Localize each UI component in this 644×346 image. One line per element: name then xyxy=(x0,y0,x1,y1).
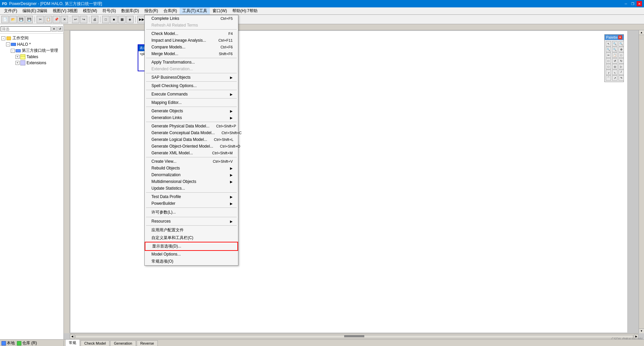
menu-resources[interactable]: Resources ▶ xyxy=(145,218,238,225)
tree-halo[interactable]: - HALO * xyxy=(1,41,62,47)
menu-denormalization[interactable]: Denormalization ▶ xyxy=(145,171,238,178)
palette-btn-18[interactable]: ╯ xyxy=(618,70,624,75)
menu-general-options[interactable]: 常规选项(O) xyxy=(145,258,238,265)
palette-btn-8[interactable]: 📋 xyxy=(612,52,617,58)
palette-btn-14[interactable]: ◎ xyxy=(612,64,617,69)
menu-license-params[interactable]: 许可参数(L)... xyxy=(145,208,238,216)
menu-window[interactable]: 窗口(W) xyxy=(210,7,230,14)
palette-btn-10[interactable]: □ xyxy=(606,58,611,64)
menu-symbol[interactable]: 符号(S) xyxy=(100,7,119,14)
menu-execute-commands[interactable]: Execute Commands ▶ xyxy=(145,91,238,98)
tree-expand-project[interactable]: - xyxy=(11,49,15,53)
palette-btn-15[interactable]: ▷ xyxy=(618,64,624,69)
palette-btn-11[interactable]: ↺ xyxy=(612,58,617,64)
menu-gen-xml[interactable]: Generate XML Model... Ctrl+Shift+M xyxy=(145,150,238,156)
menu-complete-links[interactable]: Complete Links Ctrl+F5 xyxy=(145,15,238,22)
toolbar-copy[interactable]: 📋 xyxy=(45,16,52,23)
palette-btn-17[interactable]: ╮ xyxy=(612,70,617,75)
search-go[interactable]: ↺ xyxy=(57,26,63,32)
menu-create-view[interactable]: Create View... Ctrl+Shift+V xyxy=(145,158,238,165)
toolbar-btn5[interactable]: □ xyxy=(102,16,109,23)
tree-project[interactable]: - 第三方接口统一管理 xyxy=(1,47,62,54)
menu-mapping-editor[interactable]: Mapping Editor... xyxy=(145,99,238,106)
vscrollbar[interactable]: ▲ ▼ xyxy=(639,30,644,333)
menu-test-data-profile[interactable]: Test Data Profile ▶ xyxy=(145,193,238,200)
menu-apply-user-config[interactable]: 应用用户配置文件 xyxy=(145,226,238,234)
menu-apply-transformations[interactable]: Apply Transformations... xyxy=(145,59,238,66)
toolbar-save[interactable]: 💾 xyxy=(17,16,25,23)
search-clear[interactable]: ✕ xyxy=(51,26,57,32)
menu-generate-objects[interactable]: Generate Objects ▶ xyxy=(145,108,238,114)
tree-expand-tables[interactable]: + xyxy=(15,55,19,59)
search-input[interactable] xyxy=(1,26,51,32)
menu-compare-models[interactable]: Compare Models... Ctrl+F6 xyxy=(145,44,238,50)
hscrollbar[interactable]: ◀ ▶ xyxy=(70,333,639,339)
tree-extensions[interactable]: + Extensions xyxy=(1,60,62,66)
menu-update-statistics[interactable]: Update Statistics... xyxy=(145,185,238,192)
hscroll-left[interactable]: ◀ xyxy=(70,334,75,339)
menu-custom-menu[interactable]: 自定义菜单和工具栏(C) xyxy=(145,234,238,242)
palette-btn-9[interactable]: □ xyxy=(618,52,624,58)
tab-generation[interactable]: Generation xyxy=(110,340,136,346)
tree-expand-extensions[interactable]: + xyxy=(15,61,19,65)
palette-close-button[interactable]: ✕ xyxy=(618,35,622,39)
menu-merge-model[interactable]: Merge Model... Shift+F6 xyxy=(145,50,238,57)
menu-tools[interactable]: 工具(T):4工具 xyxy=(180,7,210,14)
palette-btn-7[interactable]: ✂ xyxy=(606,52,611,58)
menu-rebuild-objects[interactable]: Rebuild Objects ▶ xyxy=(145,165,238,171)
tree-expand-workspace[interactable]: - xyxy=(1,36,5,40)
toolbar-redo[interactable]: ↪ xyxy=(80,16,87,23)
palette-btn-20[interactable]: ↗ xyxy=(612,75,617,81)
hscroll-track[interactable] xyxy=(75,335,633,338)
menu-edit[interactable]: 编辑(E):2编辑 xyxy=(20,7,50,14)
close-button[interactable]: ✕ xyxy=(637,1,642,6)
menu-impact-lineage[interactable]: Impact and Lineage Analysis... Ctrl+F11 xyxy=(145,37,238,44)
toolbar-open[interactable]: 📂 xyxy=(9,16,17,23)
menu-gen-physical[interactable]: Generate Physical Data Model... Ctrl+Shi… xyxy=(145,123,238,129)
toolbar-print[interactable]: 🖨 xyxy=(91,16,98,23)
palette-btn-12[interactable]: ↻ xyxy=(618,58,624,64)
palette-btn-5[interactable]: 🔍 xyxy=(612,47,617,52)
palette-btn-4[interactable]: 🔍 xyxy=(606,47,611,52)
menu-powerbuilder[interactable]: PowerBuilder ▶ xyxy=(145,200,238,207)
menu-repo[interactable]: 合库(R) xyxy=(161,7,180,14)
menu-file[interactable]: 文件(F) xyxy=(1,7,20,14)
tree-expand-halo[interactable]: - xyxy=(6,42,10,46)
bottom-local-btn[interactable]: 本地 xyxy=(1,340,15,346)
palette-btn-3[interactable]: 🔍 xyxy=(618,41,624,46)
toolbar-delete[interactable]: ✕ xyxy=(61,16,68,23)
hscroll-thumb[interactable] xyxy=(344,335,364,337)
menu-help[interactable]: 帮助(H):7帮助 xyxy=(230,7,260,14)
palette-btn-21[interactable]: ↷ xyxy=(618,75,624,81)
tab-reverse[interactable]: Reverse xyxy=(137,340,158,346)
menu-sap-businessobjects[interactable]: SAP BusinessObjects ▶ xyxy=(145,74,238,81)
palette-btn-2[interactable]: 🔍 xyxy=(612,41,617,46)
menu-gen-conceptual[interactable]: Generate Conceptual Data Model... Ctrl+S… xyxy=(145,129,238,136)
menu-model-options[interactable]: Model Options... xyxy=(145,251,238,258)
bottom-warehouse-btn[interactable]: 仓库 (R) xyxy=(17,340,37,346)
toolbar-save-all[interactable]: 💾 xyxy=(26,16,33,23)
toolbar-btn7[interactable]: ▦ xyxy=(118,16,126,23)
menu-view[interactable]: 视图(V):3视图 xyxy=(50,7,80,14)
menu-model[interactable]: 模型(M) xyxy=(80,7,100,14)
tree-workspace[interactable]: - 工作空间 xyxy=(1,35,62,41)
menu-check-model[interactable]: Check Model... F4 xyxy=(145,30,238,37)
vscroll-down[interactable]: ▼ xyxy=(639,329,644,333)
menu-database[interactable]: 数据库(D) xyxy=(119,7,142,14)
vscroll-up[interactable]: ▲ xyxy=(639,30,644,35)
toolbar-new[interactable]: 📄 xyxy=(1,16,9,23)
menu-report[interactable]: 报告(R) xyxy=(142,7,161,14)
restore-button[interactable]: ❐ xyxy=(630,1,635,6)
minimize-button[interactable]: ─ xyxy=(623,1,629,6)
tree-tables[interactable]: + Tables xyxy=(1,54,62,60)
palette-btn-13[interactable]: □ xyxy=(606,64,611,69)
tab-normal[interactable]: 常规 xyxy=(65,339,80,346)
menu-display-prefs[interactable]: 显示首选项(D)... xyxy=(145,242,238,251)
palette-btn-6[interactable]: ⚙ xyxy=(618,47,624,52)
palette-btn-1[interactable]: ↖ xyxy=(606,41,611,46)
palette-btn-19[interactable]: ⌒ xyxy=(606,75,611,81)
toolbar-undo[interactable]: ↩ xyxy=(72,16,79,23)
toolbar-btn6[interactable]: ■ xyxy=(110,16,118,23)
toolbar-cut[interactable]: ✂ xyxy=(37,16,44,23)
menu-multidim-objects[interactable]: Multidimensional Objects ▶ xyxy=(145,178,238,185)
